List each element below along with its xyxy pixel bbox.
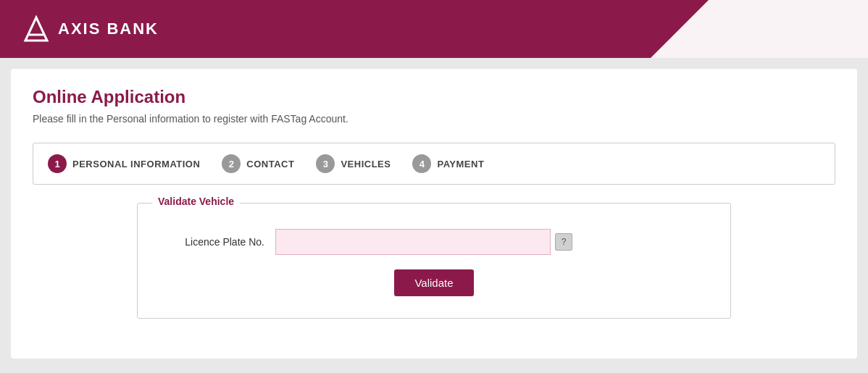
step-3-circle: 3 xyxy=(316,154,335,173)
bank-name: AXIS BANK xyxy=(58,20,159,38)
step-2-circle: 2 xyxy=(222,154,241,173)
page-header: AXIS BANK xyxy=(0,0,868,58)
step-2[interactable]: 2 CONTACT xyxy=(222,154,294,173)
licence-plate-input[interactable] xyxy=(275,229,551,255)
validate-vehicle-section: Validate Vehicle Licence Plate No. ? Val… xyxy=(137,203,731,319)
step-1-circle: 1 xyxy=(48,154,67,173)
licence-plate-label: Licence Plate No. xyxy=(159,236,275,248)
page-subtitle: Please fill in the Personal information … xyxy=(33,113,835,125)
validate-vehicle-legend: Validate Vehicle xyxy=(152,196,240,207)
page-title: Online Application xyxy=(33,87,835,107)
licence-plate-row: Licence Plate No. ? xyxy=(159,229,709,255)
step-3[interactable]: 3 VEHICLES xyxy=(316,154,391,173)
step-1[interactable]: 1 PERSONAL INFORMATION xyxy=(48,154,200,173)
licence-plate-help-button[interactable]: ? xyxy=(555,233,572,251)
svg-marker-0 xyxy=(25,17,47,41)
licence-plate-input-group: ? xyxy=(275,229,572,255)
axis-bank-logo-icon xyxy=(22,14,51,43)
validate-button-row: Validate xyxy=(159,269,709,296)
header-diagonal-decoration xyxy=(651,0,868,58)
bank-logo: AXIS BANK xyxy=(22,14,159,43)
validate-button[interactable]: Validate xyxy=(394,269,473,296)
step-4[interactable]: 4 PAYMENT xyxy=(412,154,484,173)
steps-navigation: 1 PERSONAL INFORMATION 2 CONTACT 3 VEHIC… xyxy=(33,143,835,185)
step-2-label: CONTACT xyxy=(246,159,294,169)
step-3-label: VEHICLES xyxy=(341,159,391,169)
main-content: Online Application Please fill in the Pe… xyxy=(11,69,857,359)
step-4-label: PAYMENT xyxy=(437,159,484,169)
step-1-label: PERSONAL INFORMATION xyxy=(72,159,200,169)
step-4-circle: 4 xyxy=(412,154,431,173)
